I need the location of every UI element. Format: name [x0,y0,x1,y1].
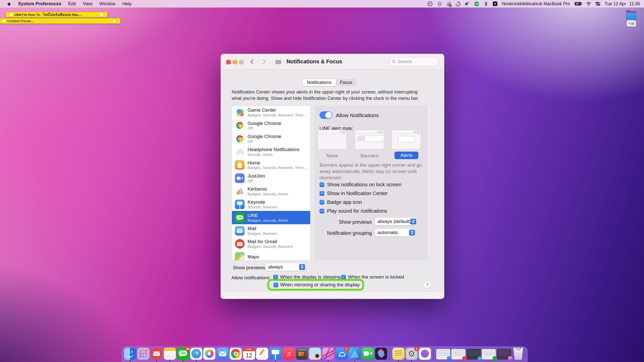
dock-preview[interactable] [309,348,321,360]
show-previews-dropdown[interactable]: always (default) [375,218,417,225]
menu-edit[interactable]: Edit [68,1,76,7]
line-status-icon[interactable]: LINE [474,1,479,6]
list-item-google-chrome[interactable]: Google ChromeOff [232,119,310,132]
desktop-folder[interactable]: รวม [625,11,638,26]
list-item-line-selected[interactable]: LINE LINEBadges, Sounds, Alerts [232,211,310,224]
list-item-mail-for-gmail[interactable]: Mail for GmailBadges, Sounds, Banners [232,237,310,250]
search-field[interactable] [390,57,438,66]
list-item-game-center[interactable]: Game CenterBadges, Sounds, Banners, Time… [232,106,310,119]
dock-system-preferences[interactable]: ⚙ 1 [406,348,418,360]
menubar-date[interactable]: Tue 12 Apr [605,1,626,7]
dock-calendar[interactable]: APR12 [243,348,255,360]
checkbox-mirroring-sharing[interactable]: ✓ When mirroring or sharing the display [273,282,360,288]
creative-cloud-icon[interactable] [427,1,432,6]
sync-error-icon[interactable] [446,1,451,6]
dock-minimized-safari-window[interactable] [467,349,481,359]
dock-trash[interactable] [512,348,524,360]
apple-menu-icon[interactable] [7,1,11,6]
checkbox-screen-locked[interactable]: ✓ When the screen is locked [341,274,404,280]
folder-icon[interactable] [626,11,637,20]
dock-stickies[interactable] [392,348,405,360]
menu-window[interactable]: Window [99,1,115,7]
dock-minimized-app-window[interactable] [497,349,511,359]
checkbox-checked-icon[interactable]: ✓ [273,275,278,280]
dock-mail[interactable] [217,348,229,360]
list-item-maps[interactable]: Maps [232,250,310,260]
footer-show-previews-dropdown[interactable]: always [265,263,306,271]
checkbox-row-play-sound[interactable]: ✓ Play sound for notifications [319,208,387,214]
stacked-shapes-icon[interactable] [437,1,442,6]
checkbox-checked-icon[interactable]: ✓ [341,275,346,280]
sticky-zoom-box-icon[interactable] [112,19,116,23]
list-item-justjoin[interactable]: JustJoinOff [232,171,310,185]
minimize-button[interactable] [232,60,237,65]
list-item-headphone-notifications[interactable]: Headphone NotificationsSounds, Alerts [232,145,310,158]
search-input[interactable] [397,59,436,65]
menubar-app-name[interactable]: System Preferences [18,1,61,7]
titlebar[interactable]: Notifications & Focus [221,54,444,70]
dock-gmail[interactable] [150,348,163,360]
checkbox-checked-icon[interactable]: ✓ [273,283,278,287]
tab-notifications[interactable]: Notifications [302,79,336,86]
help-button[interactable]: ? [424,281,431,288]
back-button[interactable] [249,58,255,65]
checkbox-row-notification-center[interactable]: ✓ Show in Notification Center [319,191,388,196]
checkbox-checked-icon[interactable]: ✓ [319,209,324,213]
sticky-note-collapsed-1[interactable]: บทความ How To : ไลน์ไม่แจ้งเตือนบน Mac..… [6,12,107,17]
dock-photos[interactable] [203,348,215,360]
dock-line[interactable]: LINE 68 [177,348,189,360]
checkbox-row-badge-app-icon[interactable]: ✓ Badge app icon [319,199,362,205]
list-item-google-chrome-2[interactable]: Google ChromeOff [232,132,310,145]
forward-button[interactable] [261,58,267,65]
sticky-collapse-box-icon[interactable] [10,13,13,16]
menu-view[interactable]: View [83,1,93,7]
dock-messenger[interactable] [419,348,431,360]
checkbox-checked-icon[interactable]: ✓ [319,200,324,205]
tab-focus[interactable]: Focus [336,79,356,86]
dock-minimized-mail-window[interactable] [451,349,465,359]
sound-muted-icon[interactable] [465,1,470,6]
alert-style-banners-label[interactable]: Banners [355,153,384,159]
panel-scrollbar[interactable] [428,106,431,260]
alert-style-none-label[interactable]: None [317,153,347,159]
sticky-zoom-box-icon[interactable] [100,13,103,16]
dock-affinity-designer[interactable] [349,348,361,360]
dock-music[interactable]: ♫ [283,348,295,360]
sticky-note-collapsed-2[interactable]: Content Focus... [0,18,120,24]
notification-grouping-dropdown[interactable]: automatic [375,229,416,236]
dock-minimized-line-window[interactable] [482,349,496,359]
checkbox-checked-icon[interactable]: ✓ [319,182,324,187]
spiral-icon[interactable] [455,1,460,6]
control-center-icon[interactable] [595,1,600,6]
dock-keynote[interactable] [269,348,281,360]
app-notification-list[interactable]: Game CenterBadges, Sounds, Banners, Time… [232,106,310,260]
list-item-mail[interactable]: MailBadges, Banners [232,224,310,237]
dock-minimized-keynote-window[interactable] [436,349,450,359]
battery-charging-icon[interactable] [574,1,582,6]
close-button[interactable] [226,60,231,65]
sticky-collapse-box-icon[interactable] [2,19,6,23]
dock-projector-app[interactable] [296,348,308,360]
dock-safari[interactable] [190,348,202,360]
alert-style-banners-thumbnail[interactable]: → [355,130,384,150]
menu-help[interactable]: Help [122,1,132,7]
dock-app-store[interactable]: 5 [335,348,347,360]
list-item-kerberos[interactable]: KerberosBadges, Sounds, Alerts [232,185,310,198]
menubar-time[interactable]: 11:36 [629,1,640,7]
list-item-keynote[interactable]: KeynoteSounds, Banners [232,198,310,211]
dock-shortcuts[interactable] [375,348,387,360]
checkbox-checked-icon[interactable]: ✓ [319,191,324,196]
allow-notifications-toggle[interactable] [319,111,332,119]
dock-chrome[interactable] [230,348,242,360]
dock-finder[interactable] [124,348,136,360]
alert-style-alerts-thumbnail[interactable] [391,130,421,150]
dock-affinity-photo[interactable] [322,348,334,360]
alert-style-alerts-label-selected[interactable]: Alerts [394,152,418,159]
show-all-grid-icon[interactable] [275,60,281,64]
dock-pages[interactable] [256,348,268,360]
wifi-icon[interactable] [586,1,591,6]
dock-notes[interactable] [164,348,176,360]
alert-style-none-thumbnail[interactable] [317,130,347,150]
dock-launchpad[interactable] [137,348,149,360]
list-item-home[interactable]: HomeBadges, Sounds, Banners, Time… [232,158,310,171]
